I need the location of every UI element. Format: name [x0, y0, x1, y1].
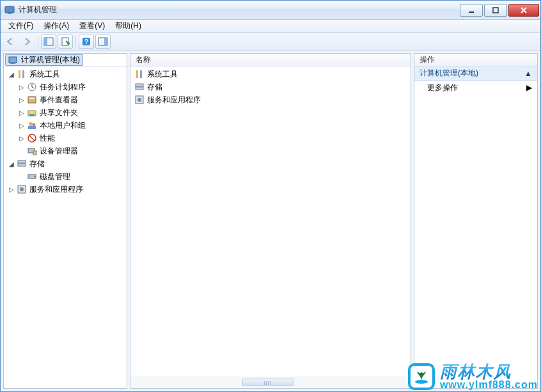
list-item-services-apps[interactable]: 服务和应用程序: [130, 93, 411, 106]
titlebar: 计算机管理: [1, 1, 540, 20]
svg-rect-14: [19, 70, 20, 78]
tree-item-disk-management[interactable]: 磁盘管理: [4, 170, 127, 183]
performance-icon: [27, 133, 37, 143]
services-icon: [17, 184, 27, 194]
svg-rect-36: [136, 84, 143, 86]
svg-point-39: [137, 98, 141, 102]
svg-rect-19: [28, 111, 36, 116]
tree-item-services-apps[interactable]: ▷服务和应用程序: [4, 183, 127, 196]
tree-label: 磁盘管理: [40, 171, 70, 182]
close-button[interactable]: [508, 4, 539, 17]
menu-help[interactable]: 帮助(H): [110, 19, 146, 33]
tree-label: 系统工具: [29, 69, 60, 80]
toolbar: ?: [1, 33, 540, 51]
scrollbar-thumb[interactable]: [242, 379, 294, 386]
tree-header: 计算机管理(本地): [4, 54, 127, 67]
tree-item-local-users[interactable]: ▷本地用户和组: [4, 119, 127, 132]
computer-management-icon: [8, 55, 19, 65]
svg-rect-34: [136, 70, 138, 78]
tree-label: 共享文件夹: [40, 107, 78, 118]
tree-label: 服务和应用程序: [29, 184, 83, 195]
actions-panel: 操作 计算机管理(本地) ▲ 更多操作 ▶: [414, 53, 538, 389]
main-area: 计算机管理(本地) ◢系统工具 ▷任务计划程序 ▷事件查看器 ▷共享文件夹 ▷本…: [1, 51, 540, 391]
expander-closed-icon[interactable]: ▷: [18, 83, 26, 91]
actions-header-label: 操作: [419, 54, 435, 65]
storage-icon: [134, 82, 145, 92]
tree-item-system-tools[interactable]: ◢系统工具: [4, 68, 127, 81]
svg-text:?: ?: [84, 38, 88, 45]
window-controls: [459, 4, 539, 17]
maximize-button[interactable]: [484, 4, 507, 17]
tree-label: 设备管理器: [40, 146, 78, 157]
more-actions[interactable]: 更多操作 ▶: [414, 81, 537, 95]
toolbar-separator: [38, 36, 38, 47]
list-item-label: 服务和应用程序: [147, 95, 201, 106]
properties-button[interactable]: [58, 35, 73, 49]
menu-file[interactable]: 文件(F): [3, 19, 38, 33]
shared-folders-icon: [27, 107, 37, 118]
actions-section-label: 计算机管理(本地): [419, 68, 478, 79]
back-button[interactable]: [3, 35, 19, 49]
disk-management-icon: [27, 171, 37, 182]
expander-closed-icon[interactable]: ▷: [18, 109, 26, 116]
tree-label: 存储: [29, 159, 45, 169]
tree-root[interactable]: 计算机管理(本地): [5, 54, 83, 66]
tree-item-shared-folders[interactable]: ▷共享文件夹: [4, 106, 127, 119]
menu-view[interactable]: 查看(V): [74, 19, 110, 33]
list-item-label: 系统工具: [147, 69, 178, 80]
svg-rect-17: [28, 97, 36, 103]
expander-closed-icon[interactable]: ▷: [8, 185, 15, 193]
svg-rect-0: [5, 6, 14, 13]
menu-action[interactable]: 操作(A): [38, 19, 74, 33]
clock-icon: [27, 82, 37, 92]
svg-rect-29: [18, 164, 26, 166]
svg-rect-13: [10, 63, 15, 64]
list-header-label: 名称: [136, 54, 151, 65]
tree-label: 性能: [40, 133, 55, 144]
list-item-storage[interactable]: 存储: [130, 81, 411, 93]
svg-rect-18: [29, 98, 35, 99]
svg-point-7: [67, 42, 70, 45]
show-hide-tree-button[interactable]: [41, 35, 56, 49]
storage-icon: [17, 159, 27, 169]
window-frame: 计算机管理 文件(F) 操作(A) 查看(V) 帮助(H) ? 计算机管理(本地…: [0, 0, 541, 392]
svg-rect-37: [136, 87, 143, 90]
help-button[interactable]: ?: [79, 35, 94, 49]
list-header-name[interactable]: 名称: [130, 54, 411, 67]
list-item-system-tools[interactable]: 系统工具: [130, 68, 411, 81]
toolbar-separator: [75, 36, 76, 47]
svg-rect-2: [469, 12, 474, 13]
minimize-button[interactable]: [460, 4, 483, 17]
show-action-pane-button[interactable]: [95, 35, 111, 49]
expander-closed-icon[interactable]: ▷: [18, 122, 26, 129]
svg-rect-15: [22, 70, 24, 78]
tree-item-storage[interactable]: ◢存储: [4, 157, 127, 170]
expander-closed-icon[interactable]: ▷: [18, 134, 26, 142]
tree[interactable]: ◢系统工具 ▷任务计划程序 ▷事件查看器 ▷共享文件夹 ▷本地用户和组 ▷性能 …: [4, 67, 127, 388]
svg-rect-27: [33, 151, 36, 155]
svg-rect-5: [44, 38, 47, 45]
tree-item-event-viewer[interactable]: ▷事件查看器: [4, 93, 127, 106]
horizontal-scrollbar[interactable]: [130, 377, 411, 388]
svg-rect-35: [140, 70, 142, 78]
tree-item-performance[interactable]: ▷性能: [4, 132, 127, 145]
tree-label: 任务计划程序: [40, 82, 86, 93]
list[interactable]: 系统工具 存储 服务和应用程序: [130, 67, 411, 377]
svg-point-33: [20, 187, 24, 191]
actions-section[interactable]: 计算机管理(本地) ▲: [414, 67, 537, 81]
tools-icon: [134, 69, 145, 79]
forward-button[interactable]: [20, 35, 35, 49]
svg-rect-3: [493, 8, 498, 13]
expander-closed-icon[interactable]: ▷: [18, 96, 26, 104]
expander-open-icon[interactable]: ◢: [8, 160, 15, 168]
tree-item-device-manager[interactable]: 设备管理器: [4, 145, 127, 157]
svg-point-22: [29, 122, 33, 126]
svg-rect-28: [18, 161, 26, 163]
chevron-right-icon: ▶: [526, 83, 532, 92]
tree-item-task-scheduler[interactable]: ▷任务计划程序: [4, 81, 127, 93]
menu-bar: 文件(F) 操作(A) 查看(V) 帮助(H): [1, 20, 540, 33]
expander-open-icon[interactable]: ◢: [8, 70, 15, 78]
svg-rect-24: [28, 126, 36, 129]
svg-point-31: [34, 176, 35, 177]
svg-rect-11: [104, 38, 107, 45]
